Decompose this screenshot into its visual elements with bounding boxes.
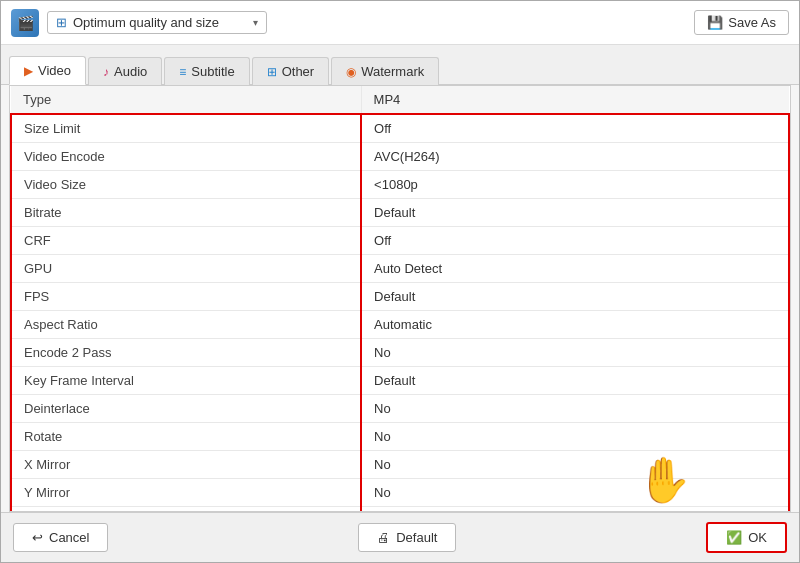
tabs-bar: ▶Video♪Audio≡Subtitle⊞Other◉Watermark	[1, 45, 799, 85]
table-row[interactable]: CRFOff	[11, 226, 789, 254]
setting-key: Key Frame Interval	[11, 366, 361, 394]
default-button[interactable]: 🖨 Default	[358, 523, 456, 552]
table-row[interactable]: DeinterlaceNo	[11, 394, 789, 422]
setting-key: Filter	[11, 506, 361, 511]
watermark-tab-label: Watermark	[361, 64, 424, 79]
table-row[interactable]: Aspect RatioAutomatic	[11, 310, 789, 338]
default-label: Default	[396, 530, 437, 545]
other-tab-icon: ⊞	[267, 65, 277, 79]
setting-key: FPS	[11, 282, 361, 310]
table-row[interactable]: Size LimitOff	[11, 114, 789, 142]
setting-value[interactable]: No	[361, 478, 789, 506]
subtitle-tab-icon: ≡	[179, 65, 186, 79]
preset-icon: ⊞	[56, 15, 67, 30]
setting-value[interactable]: No	[361, 422, 789, 450]
setting-key: Size Limit	[11, 114, 361, 142]
setting-key: Deinterlace	[11, 394, 361, 422]
save-as-button[interactable]: 💾 Save As	[694, 10, 789, 35]
setting-key: Video Encode	[11, 142, 361, 170]
tab-other[interactable]: ⊞Other	[252, 57, 330, 85]
settings-content: TypeMP4Size LimitOffVideo EncodeAVC(H264…	[9, 85, 791, 512]
table-row[interactable]: TypeMP4	[11, 86, 789, 114]
cancel-icon: ↩	[32, 530, 43, 545]
table-row[interactable]: Filter⚙Off	[11, 506, 789, 511]
audio-tab-label: Audio	[114, 64, 147, 79]
tab-audio[interactable]: ♪Audio	[88, 57, 162, 85]
setting-value[interactable]: No	[361, 450, 789, 478]
audio-tab-icon: ♪	[103, 65, 109, 79]
video-tab-label: Video	[38, 63, 71, 78]
cancel-label: Cancel	[49, 530, 89, 545]
setting-value[interactable]: Auto Detect	[361, 254, 789, 282]
setting-value[interactable]: Default	[361, 366, 789, 394]
setting-key: Video Size	[11, 170, 361, 198]
setting-key: GPU	[11, 254, 361, 282]
ok-button[interactable]: ✅ OK	[706, 522, 787, 553]
setting-key: Rotate	[11, 422, 361, 450]
setting-value[interactable]: Off	[361, 226, 789, 254]
table-row[interactable]: BitrateDefault	[11, 198, 789, 226]
default-icon: 🖨	[377, 530, 390, 545]
setting-value[interactable]: Default	[361, 282, 789, 310]
setting-value[interactable]: MP4	[361, 86, 789, 114]
watermark-tab-icon: ◉	[346, 65, 356, 79]
setting-value[interactable]: <1080p	[361, 170, 789, 198]
setting-value[interactable]: Default	[361, 198, 789, 226]
table-row[interactable]: GPUAuto Detect	[11, 254, 789, 282]
setting-key: X Mirror	[11, 450, 361, 478]
titlebar: 🎬 ⊞ Optimum quality and size ▾ 💾 Save As	[1, 1, 799, 45]
setting-key: Aspect Ratio	[11, 310, 361, 338]
setting-key: Encode 2 Pass	[11, 338, 361, 366]
app-icon: 🎬	[11, 9, 39, 37]
chevron-down-icon: ▾	[253, 17, 258, 28]
table-row[interactable]: RotateNo	[11, 422, 789, 450]
setting-key: Bitrate	[11, 198, 361, 226]
subtitle-tab-label: Subtitle	[191, 64, 234, 79]
preset-label: Optimum quality and size	[73, 15, 247, 30]
setting-key: Type	[11, 86, 361, 114]
other-tab-label: Other	[282, 64, 315, 79]
tab-video[interactable]: ▶Video	[9, 56, 86, 85]
preset-dropdown[interactable]: ⊞ Optimum quality and size ▾	[47, 11, 267, 34]
ok-label: OK	[748, 530, 767, 545]
table-row[interactable]: Y MirrorNo	[11, 478, 789, 506]
tab-subtitle[interactable]: ≡Subtitle	[164, 57, 249, 85]
table-row[interactable]: Video Size<1080p	[11, 170, 789, 198]
setting-key: Y Mirror	[11, 478, 361, 506]
check-icon: ✅	[726, 530, 742, 545]
setting-key: CRF	[11, 226, 361, 254]
cancel-button[interactable]: ↩ Cancel	[13, 523, 108, 552]
bottom-bar: ↩ Cancel 🖨 Default ✅ OK	[1, 512, 799, 562]
floppy-icon: 💾	[707, 15, 723, 30]
table-row[interactable]: Video EncodeAVC(H264)	[11, 142, 789, 170]
setting-value[interactable]: No	[361, 338, 789, 366]
setting-value[interactable]: No	[361, 394, 789, 422]
tab-watermark[interactable]: ◉Watermark	[331, 57, 439, 85]
table-row[interactable]: Encode 2 PassNo	[11, 338, 789, 366]
setting-value[interactable]: Off	[361, 114, 789, 142]
save-as-label: Save As	[728, 15, 776, 30]
setting-value[interactable]: ⚙Off	[361, 506, 789, 511]
video-tab-icon: ▶	[24, 64, 33, 78]
settings-table: TypeMP4Size LimitOffVideo EncodeAVC(H264…	[10, 86, 790, 511]
setting-value[interactable]: AVC(H264)	[361, 142, 789, 170]
table-row[interactable]: FPSDefault	[11, 282, 789, 310]
table-row[interactable]: X MirrorNo	[11, 450, 789, 478]
table-row[interactable]: Key Frame IntervalDefault	[11, 366, 789, 394]
setting-value[interactable]: Automatic	[361, 310, 789, 338]
